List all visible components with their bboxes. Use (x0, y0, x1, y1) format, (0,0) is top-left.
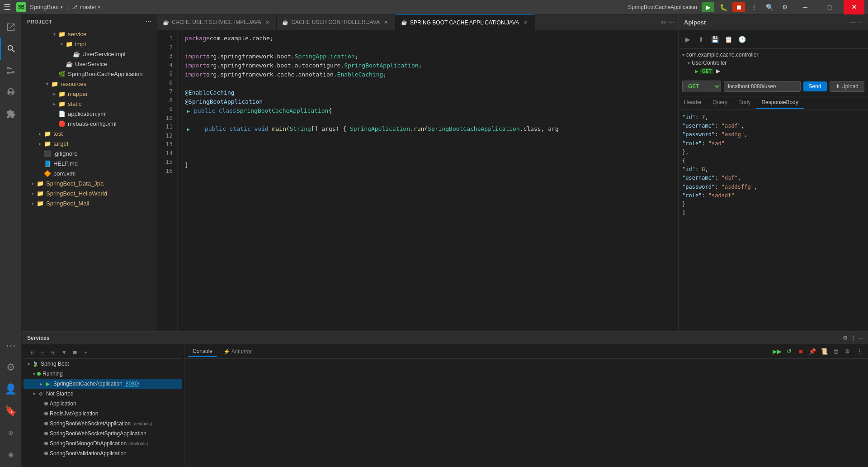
tab-cacheuserservice[interactable]: ☕ CACHE USER SERVICE IMPL.JAVA ✕ (157, 14, 277, 30)
activity-extra2[interactable]: ◉ (0, 443, 22, 465)
branch-selector[interactable]: ⎇ master ▾ (71, 4, 100, 10)
split-editor-btn[interactable]: ⇔ (661, 19, 666, 26)
svc-item-cacheapp[interactable]: ▸ ▶ SpringBootCacheApplication :8080/ (24, 379, 182, 389)
svc-group-btn[interactable]: ⊞ (49, 348, 58, 357)
tree-item-springboot-helloworld[interactable]: ▸ 📁 SpringBoot_HelloWorld (22, 188, 157, 198)
activity-settings[interactable]: ⚙ (0, 357, 22, 378)
tree-item-pomxml[interactable]: 🔶 pom.xml (22, 168, 157, 178)
console-more-btn[interactable]: ⋮ (854, 347, 864, 357)
activity-git[interactable] (0, 60, 22, 81)
svc-item-redisjwt[interactable]: RedisJwtApplication (24, 409, 182, 419)
tree-item-resources[interactable]: ▾ 📁 resources (22, 79, 157, 89)
svc-item-websocket[interactable]: SpringBootWebSocketApplication [devtools… (24, 419, 182, 429)
tab-springbootcacheapp[interactable]: ☕ SPRING BOOT CACHE APPLICATION.JAVA ✕ (396, 14, 535, 30)
tree-item-springbootcacheapp[interactable]: 🌿 SpringBootCacheApplication (22, 69, 157, 79)
code-area[interactable]: package com.example.cache; import org.sp… (178, 30, 678, 331)
activity-explorer[interactable] (0, 16, 22, 38)
activity-extra1[interactable]: ⊕ (0, 422, 22, 443)
search-button[interactable]: 🔍 (763, 2, 776, 12)
apipost-more-btn[interactable]: ⋯ (850, 19, 856, 26)
tree-item-mybatis[interactable]: 🔴 mybatis-config.xml (22, 119, 157, 129)
tree-item-test[interactable]: ▸ 📁 test (22, 129, 157, 138)
method-select[interactable]: GET POST PUT DELETE (682, 81, 721, 92)
svc-item-mongodb[interactable]: SpringBootMongoDbApplication [devtools] (24, 438, 182, 448)
tree-item-springboot-datajpa[interactable]: ▸ 📁 SpringBoot_Data_Jpa (22, 178, 157, 188)
svc-expand-all-btn[interactable]: ⊞ (27, 348, 36, 357)
console-settings-btn[interactable]: ⚙ (843, 347, 853, 357)
activity-debug[interactable] (0, 81, 22, 103)
console-scroll-btn[interactable]: 📜 (819, 347, 829, 357)
services-minimize-btn[interactable]: ─ (859, 335, 863, 341)
run-button[interactable]: ▶ (702, 2, 714, 12)
svc-add-btn[interactable]: + (81, 348, 90, 357)
tab-body[interactable]: Body (733, 96, 756, 109)
svc-stop-btn[interactable]: ⏹ (71, 348, 80, 357)
activity-search[interactable] (0, 38, 22, 60)
tab-header[interactable]: Header (679, 96, 707, 109)
activity-more[interactable]: ⋯ (0, 335, 22, 357)
console-stop-btn[interactable]: ⏹ (796, 347, 806, 357)
tree-item-userserviceimpl[interactable]: ☕ UserServiceImpl (22, 49, 157, 59)
services-settings-btn[interactable]: ⚙ (843, 335, 848, 341)
window-close[interactable]: ✕ (844, 0, 864, 14)
more-tabs-btn[interactable]: ⋯ (668, 19, 675, 26)
tab-close-btn[interactable]: ✕ (522, 19, 529, 26)
tab-cacheusercontroller[interactable]: ☕ CACHE USER CONTROLLER.JAVA ✕ (277, 14, 396, 30)
console-run-btn[interactable]: ▶▶ (772, 347, 782, 357)
svc-item-websocketspring[interactable]: SpringBootWebSocketSpringApplication (24, 429, 182, 438)
services-more-btn[interactable]: ⋮ (850, 335, 856, 341)
time-btn[interactable]: 🕐 (736, 34, 747, 45)
console-clear-btn[interactable]: 🗑 (831, 347, 841, 357)
console-pin-btn[interactable]: 📌 (807, 347, 817, 357)
console-tab-console[interactable]: Console (188, 346, 217, 357)
tab-close-btn[interactable]: ✕ (264, 19, 271, 26)
window-maximize[interactable]: □ (819, 0, 840, 14)
tree-item-static[interactable]: ▸ 📁 static (22, 99, 157, 109)
run-btn[interactable]: ▶ (682, 34, 693, 45)
copy-btn[interactable]: 📋 (723, 34, 734, 45)
tree-item-userservice[interactable]: ☕ UserService (22, 59, 157, 69)
tree-item-service[interactable]: ▾ 📁 service (22, 29, 157, 39)
run-line-btn[interactable]: ▶ (185, 107, 192, 114)
svc-collapse-all-btn[interactable]: ⊟ (38, 348, 47, 357)
more-actions-button[interactable]: ⋮ (748, 2, 760, 12)
svc-item-running[interactable]: ▾ Running (24, 369, 182, 379)
settings-button[interactable]: ⚙ (778, 2, 791, 12)
apipost-minimize-btn[interactable]: ─ (859, 19, 863, 26)
activity-extensions[interactable] (0, 103, 22, 125)
tree-item-gitignore[interactable]: ⬛ .gitignore (22, 148, 157, 158)
project-selector[interactable]: SpringBoot ▾ (30, 4, 63, 10)
tab-query[interactable]: Query (707, 96, 733, 109)
svc-port-link[interactable]: :8080/ (124, 381, 139, 387)
tree-item-helpmd[interactable]: 📘 HELP.md (22, 158, 157, 168)
tab-close-btn[interactable]: ✕ (382, 19, 390, 26)
svc-filter-btn[interactable]: ▼ (60, 348, 69, 357)
activity-account[interactable]: 👤 (0, 378, 22, 400)
tree-item-springboot-mail[interactable]: ▸ 📁 SpringBoot_Mail (22, 198, 157, 208)
activity-bookmark[interactable]: 🔖 (0, 400, 22, 422)
console-tab-actuator[interactable]: ⚡Actuator (219, 347, 256, 357)
window-minimize[interactable]: ─ (795, 0, 816, 14)
console-rerun-btn[interactable]: ↺ (784, 347, 794, 357)
app-menu-icon[interactable]: ☰ (4, 2, 11, 12)
svc-item-notstarted[interactable]: ▾ ⊘ Not Started (24, 389, 182, 399)
save-btn[interactable]: 💾 (709, 34, 720, 45)
upload-button[interactable]: ⬆ Upload (830, 81, 864, 92)
debug-button[interactable]: 🐛 (717, 2, 730, 12)
run-line-btn-11[interactable]: ▶ (185, 125, 192, 133)
sidebar-collapse-icon[interactable]: ⋯ (145, 18, 152, 25)
upload-btn[interactable]: ⬆ (696, 34, 707, 45)
tree-item-application-yml[interactable]: 📄 application.yml (22, 109, 157, 119)
url-input[interactable] (724, 81, 801, 92)
api-tree-root[interactable]: ▾ com.example.cache.controller (680, 51, 866, 59)
svc-item-validation[interactable]: SpringBootValidationApplication (24, 448, 182, 458)
send-button[interactable]: Send (803, 81, 827, 91)
stop-button[interactable]: ⏹ (732, 2, 745, 12)
svc-item-application[interactable]: Application (24, 399, 182, 409)
tab-responsebody[interactable]: ResponseBody (756, 96, 803, 109)
api-tree-method[interactable]: ▶ GET ▶ (680, 67, 866, 75)
tree-item-mapper[interactable]: ▸ 📁 mapper (22, 89, 157, 99)
tree-item-impl[interactable]: ▾ 📁 impl (22, 39, 157, 49)
svc-item-springboot[interactable]: ▾ 🍃 Spring Boot (24, 359, 182, 369)
tree-item-target[interactable]: ▸ 📁 target (22, 138, 157, 148)
